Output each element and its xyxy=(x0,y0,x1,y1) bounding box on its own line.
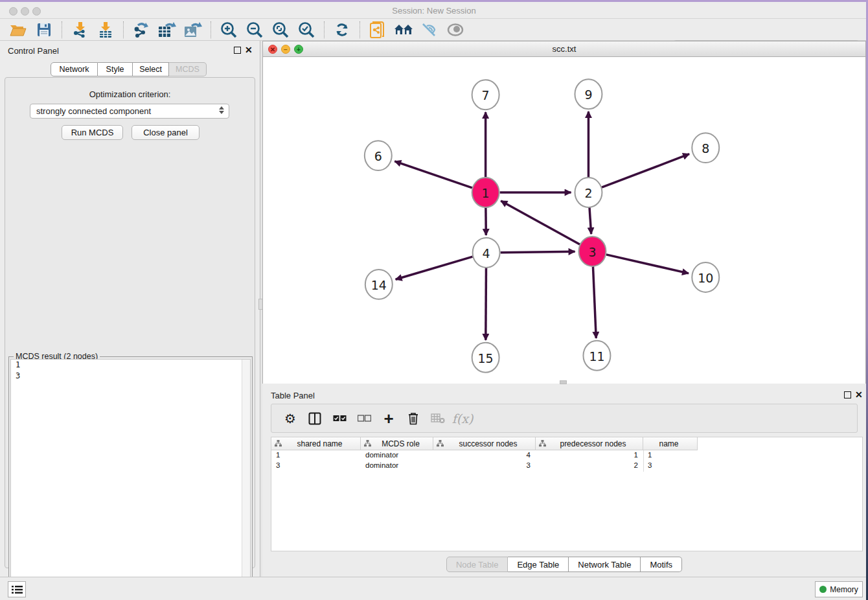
cell-mcds-role[interactable]: dominator xyxy=(361,461,433,471)
cell-name[interactable]: 1 xyxy=(643,450,698,461)
hide-graphics-details-icon[interactable] xyxy=(419,20,440,40)
import-network-icon[interactable] xyxy=(69,20,90,40)
cell-shared-name[interactable]: 1 xyxy=(271,450,361,461)
graph-node-10[interactable]: 10 xyxy=(692,262,719,292)
home-view-icon[interactable] xyxy=(393,20,414,40)
open-session-icon[interactable] xyxy=(8,20,29,40)
graph-edge-2-8[interactable] xyxy=(602,154,689,187)
graph-node-15[interactable]: 15 xyxy=(472,343,499,373)
hierarchy-icon xyxy=(437,440,444,447)
graph-edge-3-10[interactable] xyxy=(606,255,689,273)
graph-node-11[interactable]: 11 xyxy=(583,341,610,371)
delete-column-trash-icon[interactable] xyxy=(404,409,423,428)
open-network-doc-icon[interactable] xyxy=(367,20,388,40)
column-header-predecessor-nodes[interactable]: predecessor nodes xyxy=(536,437,643,450)
tab-label: Style xyxy=(106,65,124,74)
mcds-result-textarea[interactable]: 1 3 xyxy=(10,359,251,599)
cell-shared-name[interactable]: 3 xyxy=(271,461,361,471)
toolbar-separator xyxy=(123,21,124,38)
zoom-selected-icon[interactable] xyxy=(296,20,317,40)
cell-successor-nodes[interactable]: 3 xyxy=(433,461,536,471)
column-header-successor-nodes[interactable]: successor nodes xyxy=(433,437,536,450)
graph-node-9[interactable]: 9 xyxy=(575,79,602,109)
close-panel-icon[interactable]: ✕ xyxy=(245,45,253,55)
export-network-icon[interactable] xyxy=(131,20,152,40)
tab-mcds[interactable]: MCDS xyxy=(169,62,207,76)
tab-node-table[interactable]: Node Table xyxy=(446,557,508,572)
import-table-icon[interactable] xyxy=(95,20,116,40)
graph-node-2[interactable]: 2 xyxy=(575,178,602,207)
graph-edge-1-6[interactable] xyxy=(394,161,472,188)
save-session-icon[interactable] xyxy=(34,20,54,40)
zoom-fit-icon[interactable] xyxy=(270,20,291,40)
window-title: Session: New Session xyxy=(0,6,868,16)
column-label: predecessor nodes xyxy=(546,439,643,448)
node-table[interactable]: shared name MCDS role successor nodes pr… xyxy=(271,437,863,551)
graph-node-label: 11 xyxy=(589,349,604,363)
mcds-result-box: MCDS result (2 nodes) 1 3 xyxy=(8,356,253,600)
graph-edge-4-15[interactable] xyxy=(486,267,486,340)
cell-successor-nodes[interactable]: 4 xyxy=(433,450,536,461)
canvas-scroll-thumb[interactable] xyxy=(560,380,567,384)
result-scrollbar[interactable] xyxy=(242,360,250,599)
run-mcds-button[interactable]: Run MCDS xyxy=(62,125,123,140)
tab-motifs[interactable]: Motifs xyxy=(641,557,682,572)
graph-edge-4-14[interactable] xyxy=(396,257,473,279)
graph-edge-3-1[interactable] xyxy=(501,201,580,244)
column-header-name[interactable]: name xyxy=(643,437,698,450)
export-image-icon[interactable] xyxy=(183,20,203,40)
graph-edge-4-3[interactable] xyxy=(501,251,575,252)
graph-node-8[interactable]: 8 xyxy=(692,133,719,163)
network-frame-titlebar[interactable]: ✕ − + scc.txt xyxy=(263,41,865,57)
graph-node-4[interactable]: 4 xyxy=(473,238,500,268)
hierarchy-icon xyxy=(364,440,371,447)
table-row[interactable]: 1 dominator 4 1 1 xyxy=(271,450,862,461)
graph-edge-2-3[interactable] xyxy=(589,207,591,234)
show-columns-icon[interactable] xyxy=(305,409,325,428)
task-history-button[interactable] xyxy=(8,581,26,597)
tab-style[interactable]: Style xyxy=(98,62,133,76)
graph-node-7[interactable]: 7 xyxy=(472,80,499,110)
network-graph[interactable]: 7968124314101511 xyxy=(263,57,865,384)
network-canvas[interactable]: 7968124314101511 xyxy=(263,57,865,384)
close-panel-button[interactable]: Close panel xyxy=(131,125,200,140)
graph-node-1[interactable]: 1 xyxy=(472,178,499,207)
toolbar-separator xyxy=(62,21,62,38)
memory-button[interactable]: Memory xyxy=(815,581,863,597)
export-table-icon[interactable] xyxy=(157,20,177,40)
tab-edge-table[interactable]: Edge Table xyxy=(508,557,569,572)
mcds-tab-content: Optimization criterion: strongly connect… xyxy=(5,77,255,568)
list-icon xyxy=(12,585,23,594)
graph-node-14[interactable]: 14 xyxy=(365,270,393,299)
cell-predecessor-nodes[interactable]: 2 xyxy=(536,461,643,471)
column-header-mcds-role[interactable]: MCDS role xyxy=(361,437,433,450)
zoom-in-icon[interactable] xyxy=(218,20,239,40)
graph-node-3[interactable]: 3 xyxy=(578,237,606,266)
table-settings-gear-icon[interactable]: ⚙ xyxy=(280,409,300,428)
network-frame-title: scc.txt xyxy=(263,44,865,54)
optimization-criterion-dropdown[interactable]: strongly connected component xyxy=(30,104,229,119)
show-graphics-details-icon[interactable] xyxy=(445,20,466,40)
tab-network-table[interactable]: Network Table xyxy=(569,557,641,572)
column-header-shared-name[interactable]: shared name xyxy=(271,437,361,450)
column-label: successor nodes xyxy=(444,439,535,448)
mcds-result-line: 1 xyxy=(11,360,250,371)
cell-name[interactable]: 3 xyxy=(643,461,698,471)
graph-node-6[interactable]: 6 xyxy=(365,141,392,170)
zoom-out-icon[interactable] xyxy=(244,20,265,40)
cell-mcds-role[interactable]: dominator xyxy=(361,450,433,461)
tab-select[interactable]: Select xyxy=(133,62,169,76)
float-panel-icon[interactable] xyxy=(844,391,851,398)
select-all-columns-icon[interactable] xyxy=(330,409,349,428)
graph-node-label: 3 xyxy=(588,245,596,259)
table-row[interactable]: 3 dominator 3 2 3 xyxy=(271,461,862,471)
float-panel-icon[interactable] xyxy=(234,47,241,54)
close-panel-icon[interactable]: ✕ xyxy=(855,389,863,400)
create-column-icon[interactable]: + xyxy=(379,409,398,428)
graph-edge-3-11[interactable] xyxy=(593,266,596,338)
tab-label: Select xyxy=(139,65,162,74)
unselect-all-columns-icon[interactable] xyxy=(354,409,374,428)
cell-predecessor-nodes[interactable]: 1 xyxy=(536,450,643,461)
tab-network[interactable]: Network xyxy=(51,62,98,76)
refresh-icon[interactable] xyxy=(332,20,352,40)
